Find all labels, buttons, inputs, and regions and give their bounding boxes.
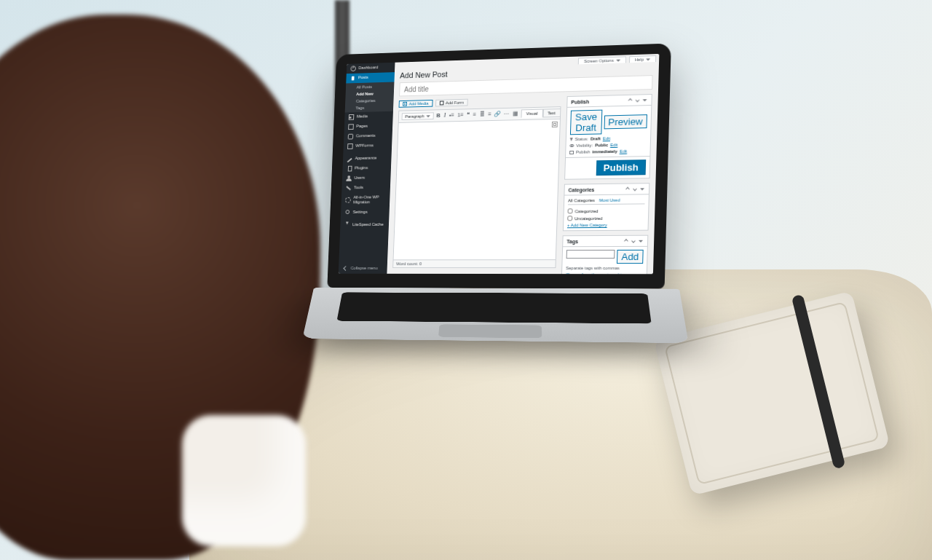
wp-admin-screen: Dashboard Posts All Posts Add New Catego… (339, 54, 660, 274)
media-icon (349, 114, 355, 120)
format-dropdown-label: Paragraph (405, 114, 424, 119)
status-edit-link[interactable]: Edit (603, 136, 610, 141)
sidebar-label-dashboard: Dashboard (358, 66, 378, 71)
editor-tab-visual[interactable]: Visual (521, 109, 543, 118)
laptop: Dashboard Posts All Posts Add New Catego… (322, 43, 686, 427)
editor-area: Word count: 0 (392, 119, 561, 268)
toolbar-number-list[interactable]: 1≡ (457, 111, 465, 119)
metabox-move-up[interactable] (627, 98, 633, 103)
visibility-edit-link[interactable]: Edit (610, 143, 617, 147)
sidebar-item-comments[interactable]: Comments (344, 131, 392, 142)
fullscreen-toggle[interactable] (552, 122, 558, 127)
help-label: Help (635, 58, 644, 62)
tags-add-button[interactable]: Add (617, 250, 643, 264)
categories-tab-most-used[interactable]: Most Used (599, 198, 620, 202)
tools-icon (346, 186, 352, 192)
toolbar-align-left[interactable]: ≡ (472, 111, 477, 119)
sidebar-label-collapse: Collapse menu (351, 266, 378, 270)
add-media-label: Add Media (409, 101, 429, 106)
preview-button[interactable]: Preview (604, 114, 647, 129)
sidebar-item-users[interactable]: Users (342, 173, 391, 183)
sidebar-item-litespeed[interactable]: LiteSpeed Cache (340, 220, 389, 230)
camera-icon (403, 102, 407, 106)
tags-title: Tags (566, 239, 578, 244)
form-icon (439, 101, 443, 106)
plugins-icon (347, 166, 352, 172)
sidebar-label-posts: Posts (358, 75, 368, 80)
sidebar-label-tools: Tools (354, 186, 363, 191)
toolbar-bold[interactable]: B (435, 112, 441, 119)
toolbar-quote[interactable]: ❝ (466, 111, 470, 119)
toolbar-link[interactable]: 🔗 (494, 111, 501, 118)
collapse-icon (342, 265, 348, 271)
sidebar-item-tools[interactable]: Tools (341, 183, 390, 193)
sidebar-item-settings[interactable]: Settings (341, 207, 390, 217)
metabox-move-down[interactable] (634, 97, 640, 103)
chevron-down-icon (646, 58, 650, 60)
sidebar-item-migration[interactable]: All-in-One WP Migration (341, 192, 390, 207)
category-checkbox-categorized[interactable] (568, 208, 573, 213)
sidebar-label-comments: Comments (356, 133, 376, 138)
add-new-category-link[interactable]: + Add New Category (567, 223, 644, 228)
laptop-keyboard (302, 288, 688, 343)
tags-input[interactable] (566, 250, 615, 259)
editor-body[interactable] (394, 119, 560, 260)
add-form-button[interactable]: Add Form (435, 99, 468, 107)
metabox-move-down[interactable] (632, 186, 638, 192)
format-dropdown[interactable]: Paragraph (402, 112, 434, 120)
status-icon (570, 138, 573, 141)
categories-metabox: Categories All Categories (563, 183, 649, 231)
sidebar-label-litespeed: LiteSpeed Cache (352, 222, 384, 227)
chevron-down-icon (616, 59, 620, 61)
metabox-move-down[interactable] (631, 238, 636, 244)
schedule-edit-link[interactable]: Edit (620, 149, 628, 154)
sidebar-item-plugins[interactable]: Plugins (342, 163, 391, 173)
metabox-column: Publish Save Draft Preview (561, 94, 652, 268)
category-item-categorized[interactable]: Categorized (568, 208, 645, 213)
sidebar-label-wpforms: WPForms (355, 143, 374, 149)
editor-status-bar: Word count: 0 (393, 259, 556, 267)
sidebar-item-wpforms[interactable]: WPForms (344, 141, 392, 151)
migration-icon (345, 197, 351, 203)
categories-tab-all[interactable]: All Categories (568, 198, 595, 202)
status-value: Draft (591, 136, 601, 141)
pushpin-icon (350, 76, 356, 82)
category-checkbox-uncategorized[interactable] (567, 216, 572, 221)
metabox-toggle[interactable] (639, 186, 645, 192)
appearance-icon (347, 156, 352, 162)
litespeed-icon (344, 222, 350, 228)
tags-choose-link[interactable]: Choose from the most used tags (566, 272, 643, 274)
post-title-placeholder: Add title (404, 84, 429, 93)
toolbar-align-center[interactable]: ≣ (479, 111, 486, 119)
sidebar-label-settings: Settings (353, 210, 368, 215)
editor-column: Add Media Add Form Paragraph (392, 96, 561, 268)
settings-icon (344, 210, 350, 216)
visibility-value: Public (595, 143, 608, 147)
sidebar-label-migration: All-in-One WP Migration (353, 194, 386, 205)
category-item-uncategorized[interactable]: Uncategorized (567, 216, 644, 221)
sidebar-collapse-toggle[interactable]: Collapse menu (339, 262, 387, 274)
metabox-move-up[interactable] (623, 238, 629, 244)
save-draft-button[interactable]: Save Draft (570, 110, 602, 135)
publish-schedule-row: Publish immediately Edit (569, 149, 647, 154)
editor-tab-text[interactable]: Text (542, 109, 561, 117)
toolbar-italic[interactable]: I (443, 112, 446, 119)
publish-title: Publish (571, 99, 589, 105)
toolbar-bullet-list[interactable]: •≡ (449, 112, 455, 119)
schedule-value: immediately (592, 149, 617, 154)
metabox-toggle[interactable] (638, 238, 644, 244)
toolbar-align-right[interactable]: ≡ (487, 111, 492, 118)
calendar-icon (569, 150, 574, 154)
background-person (0, 15, 320, 560)
metabox-move-up[interactable] (625, 186, 631, 192)
add-media-button[interactable]: Add Media (399, 100, 433, 108)
toolbar-more[interactable]: ⋯ (503, 111, 510, 118)
toolbar-toggle[interactable]: ▦ (512, 110, 519, 117)
sidebar-item-appearance[interactable]: Appearance (343, 153, 392, 164)
comments-icon (348, 134, 354, 140)
metabox-toggle[interactable] (641, 97, 647, 103)
publish-button[interactable]: Publish (596, 159, 647, 176)
sidebar-subitem-tags[interactable]: Tags (345, 103, 394, 111)
pages-icon (348, 124, 354, 130)
sidebar-label-pages: Pages (356, 124, 368, 129)
